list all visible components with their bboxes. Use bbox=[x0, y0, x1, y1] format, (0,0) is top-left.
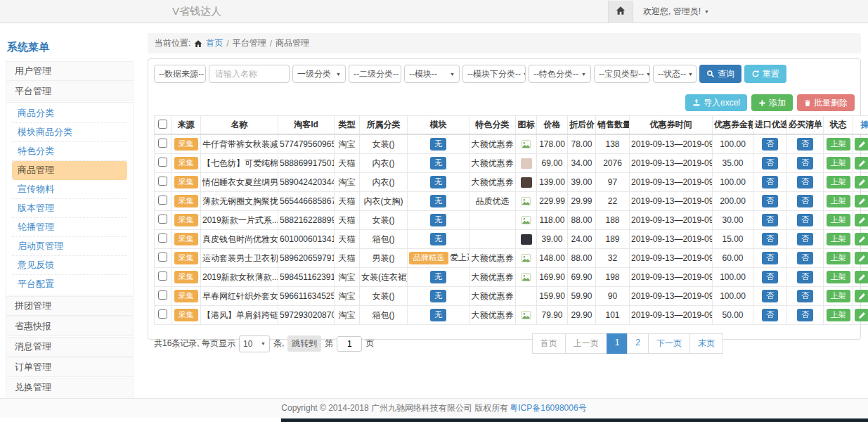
import-select-badge[interactable]: 否 bbox=[762, 233, 778, 245]
page-button[interactable]: 首页 bbox=[532, 333, 566, 354]
status-badge[interactable]: 上架 bbox=[827, 309, 850, 321]
filter-select-source[interactable]: --数据来源-- ▼ bbox=[154, 65, 206, 83]
edit-button[interactable] bbox=[855, 157, 868, 170]
must-buy-badge[interactable]: 否 bbox=[797, 252, 813, 264]
status-badge[interactable]: 上架 bbox=[827, 195, 850, 207]
sidebar-subitem[interactable]: 商品分类 bbox=[12, 104, 127, 123]
sidebar-subitem[interactable]: 平台配置 bbox=[12, 275, 127, 293]
row-checkbox[interactable] bbox=[158, 309, 167, 319]
sidebar-item[interactable]: 平台管理 bbox=[6, 82, 134, 101]
page-button[interactable]: 上一页 bbox=[565, 333, 607, 354]
row-checkbox[interactable] bbox=[158, 215, 167, 224]
import-select-badge[interactable]: 否 bbox=[762, 176, 778, 188]
must-buy-badge[interactable]: 否 bbox=[797, 176, 813, 188]
product-image-icon bbox=[521, 272, 531, 282]
sidebar-subitem[interactable]: 商品管理 bbox=[12, 161, 127, 180]
row-checkbox[interactable] bbox=[158, 177, 167, 186]
sidebar-subitem[interactable]: 宣传物料 bbox=[12, 180, 127, 199]
reset-button[interactable]: 重置 bbox=[744, 65, 786, 83]
row-checkbox[interactable] bbox=[158, 196, 167, 205]
icon-cell bbox=[516, 230, 537, 249]
sidebar-subitem[interactable]: 轮播管理 bbox=[12, 218, 127, 237]
edit-button[interactable] bbox=[855, 290, 868, 302]
edit-button[interactable] bbox=[855, 138, 868, 151]
batch-delete-button[interactable]: 批量删除 bbox=[797, 94, 855, 111]
sidebar-item[interactable]: 订单管理 bbox=[6, 357, 134, 377]
import-select-badge[interactable]: 否 bbox=[762, 138, 778, 150]
filter-select[interactable]: --二级分类--▼ bbox=[349, 65, 401, 83]
import-select-badge[interactable]: 否 bbox=[762, 271, 778, 283]
sidebar-subitem[interactable]: 启动页管理 bbox=[12, 237, 127, 256]
jump-button[interactable]: 跳转到 bbox=[287, 335, 321, 352]
add-button[interactable]: 添加 bbox=[751, 94, 793, 111]
must-buy-badge[interactable]: 否 bbox=[797, 157, 813, 169]
import-select-badge[interactable]: 否 bbox=[762, 309, 778, 321]
filter-select[interactable]: --宝贝类型--▼ bbox=[594, 65, 650, 83]
sidebar-subitem[interactable]: 版本管理 bbox=[12, 199, 127, 218]
edit-button[interactable] bbox=[855, 309, 868, 321]
must-buy-badge[interactable]: 否 bbox=[797, 290, 813, 302]
sidebar-item[interactable]: 省惠快报 bbox=[6, 316, 134, 336]
sidebar-subitem[interactable]: 特色分类 bbox=[12, 142, 127, 161]
status-cell: 上架 bbox=[824, 230, 853, 249]
edit-button[interactable] bbox=[855, 176, 868, 188]
page-button[interactable]: 末页 bbox=[689, 333, 723, 354]
filter-select[interactable]: --模块--▼ bbox=[404, 65, 460, 83]
page-size-select[interactable]: 10 ▼ bbox=[239, 335, 270, 352]
import-select-badge[interactable]: 否 bbox=[762, 252, 778, 264]
row-checkbox[interactable] bbox=[158, 252, 167, 262]
edit-button[interactable] bbox=[855, 214, 868, 226]
row-checkbox[interactable] bbox=[158, 290, 167, 300]
sidebar-item[interactable]: 用户管理 bbox=[6, 61, 134, 81]
name-filter-input[interactable] bbox=[209, 65, 290, 83]
select-all-checkbox[interactable] bbox=[158, 120, 167, 129]
sidebar-item[interactable]: 拼团管理 bbox=[6, 296, 134, 316]
row-checkbox[interactable] bbox=[158, 158, 167, 167]
filter-select[interactable]: --特色分类--▼ bbox=[529, 65, 591, 83]
icp-link[interactable]: 粤ICP备16098006号 bbox=[510, 402, 586, 414]
edit-button[interactable] bbox=[855, 271, 868, 283]
status-badge[interactable]: 上架 bbox=[827, 252, 850, 264]
import-excel-button[interactable]: 导入excel bbox=[685, 94, 747, 111]
must-buy-badge[interactable]: 否 bbox=[797, 233, 813, 245]
filter-select[interactable]: --模块下分类--▼ bbox=[462, 65, 526, 83]
search-button[interactable]: 查询 bbox=[699, 65, 741, 83]
must-buy-badge[interactable]: 否 bbox=[797, 195, 813, 207]
page-button[interactable]: 2 bbox=[627, 333, 649, 354]
edit-button[interactable] bbox=[855, 195, 868, 207]
must-buy-badge[interactable]: 否 bbox=[797, 271, 813, 283]
status-badge[interactable]: 上架 bbox=[827, 157, 850, 169]
sidebar-subitem[interactable]: 模块商品分类 bbox=[12, 123, 127, 142]
import-select-badge[interactable]: 否 bbox=[762, 290, 778, 302]
status-badge[interactable]: 上架 bbox=[827, 290, 850, 302]
status-badge[interactable]: 上架 bbox=[827, 233, 850, 245]
edit-button[interactable] bbox=[855, 233, 868, 245]
user-menu[interactable]: 欢迎您, 管理员! ▼ bbox=[643, 6, 709, 18]
status-badge[interactable]: 上架 bbox=[827, 214, 850, 226]
edit-button[interactable] bbox=[855, 252, 868, 264]
sidebar-item[interactable]: 消息管理 bbox=[6, 337, 134, 357]
status-badge[interactable]: 上架 bbox=[827, 271, 850, 283]
page-number-input[interactable] bbox=[337, 336, 362, 352]
row-checkbox[interactable] bbox=[158, 234, 167, 243]
page-button[interactable]: 1 bbox=[607, 333, 628, 354]
sidebar-subitem[interactable]: 意见反馈 bbox=[12, 256, 127, 275]
must-buy-badge[interactable]: 否 bbox=[797, 309, 813, 321]
source-badge: 采集 bbox=[174, 252, 198, 264]
import-select-badge[interactable]: 否 bbox=[762, 195, 778, 207]
must-buy-badge[interactable]: 否 bbox=[797, 138, 813, 150]
home-button[interactable] bbox=[608, 1, 633, 23]
import-select-badge[interactable]: 否 bbox=[762, 214, 778, 226]
page-button[interactable]: 下一页 bbox=[648, 333, 690, 354]
import-select-badge[interactable]: 否 bbox=[762, 157, 778, 169]
breadcrumb-home-link[interactable]: 首页 bbox=[206, 37, 223, 49]
row-checkbox[interactable] bbox=[158, 139, 167, 148]
reset-button-label: 重置 bbox=[763, 68, 779, 80]
must-buy-badge[interactable]: 否 bbox=[797, 214, 813, 226]
row-checkbox[interactable] bbox=[158, 271, 167, 281]
status-badge[interactable]: 上架 bbox=[827, 176, 850, 188]
filter-select[interactable]: 一级分类▼ bbox=[292, 65, 346, 83]
filter-select[interactable]: --状态--▼ bbox=[653, 65, 697, 83]
status-badge[interactable]: 上架 bbox=[827, 138, 850, 150]
sidebar-item[interactable]: 兑换管理 bbox=[6, 378, 134, 397]
